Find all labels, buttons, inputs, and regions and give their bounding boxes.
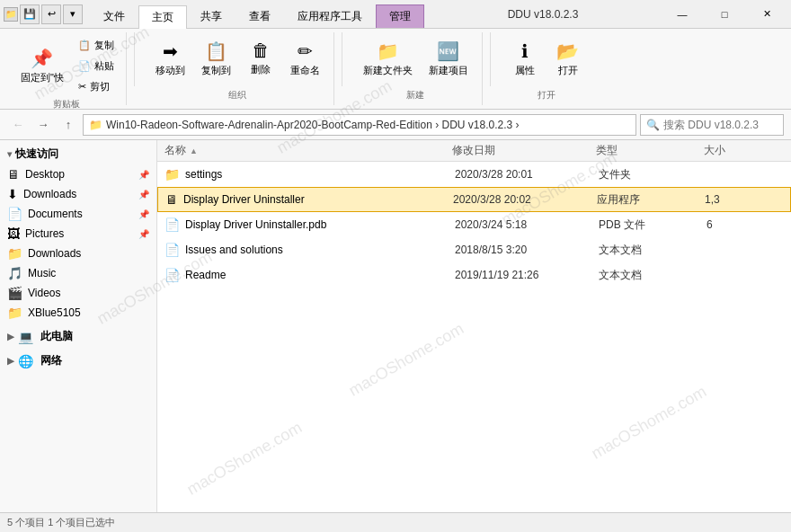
undo-btn[interactable]: ↩ (41, 4, 61, 24)
sidebar-item-documents[interactable]: 📄 Documents 📌 (0, 204, 156, 224)
sidebar-item-documents-label: Documents (28, 208, 133, 220)
table-row[interactable]: 🖥 Display Driver Uninstaller 2020/3/28 2… (157, 187, 791, 212)
tab-home[interactable]: 主页 (138, 5, 187, 29)
ribbon-separator-2 (342, 32, 342, 86)
move-label: 移动到 (156, 64, 185, 77)
tab-apptool[interactable]: 应用程序工具 (284, 4, 376, 28)
cut-icon: ✂ (78, 81, 86, 93)
ribbon-tabs: 文件 主页 共享 查看 应用程序工具 管理 (90, 0, 424, 28)
col-name-label: 名称 (164, 143, 186, 158)
ribbon-group-organize: ➡ 移动到 📋 复制到 🗑 删除 ✏ 重命名 组织 (142, 32, 334, 105)
pin-quick-access-btn[interactable]: 📌 固定到"快 (14, 43, 70, 89)
paste-btn[interactable]: 📄 粘贴 (74, 57, 119, 75)
search-icon: 🔍 (646, 119, 660, 131)
sidebar-item-xblue[interactable]: 📁 XBlue5105 (0, 303, 156, 323)
properties-label: 属性 (515, 64, 535, 77)
pin-icon: 📌 (31, 48, 53, 69)
ribbon-group-new: 📁 新建文件夹 🆕 新建项目 新建 (350, 32, 483, 105)
file-type-row2: PDB 文件 (599, 217, 707, 233)
quick-access-header[interactable]: ▾ 快速访问 (0, 144, 156, 164)
col-date-header[interactable]: 修改日期 (452, 143, 596, 158)
open-btn[interactable]: 📂 打开 (548, 36, 588, 82)
table-row[interactable]: 📄 Readme 2019/11/19 21:26 文本文档 (157, 262, 791, 288)
new-folder-label: 新建文件夹 (363, 64, 413, 77)
col-size-header[interactable]: 大小 (704, 143, 784, 158)
tab-manage[interactable]: 管理 (376, 4, 424, 28)
properties-btn[interactable]: ℹ 属性 (505, 36, 545, 82)
xblue-icon: 📁 (7, 306, 22, 320)
address-path[interactable]: 📁 Win10-Radeon-Software-Adrenalin-Apr202… (83, 114, 636, 136)
file-name-row0: settings (185, 168, 455, 181)
sidebar-item-videos-label: Videos (28, 287, 149, 299)
sort-arrow: ▲ (190, 146, 198, 155)
copy-label: 复制 (94, 39, 114, 52)
col-name-header[interactable]: 名称 ▲ (164, 143, 452, 158)
rename-icon: ✏ (298, 40, 313, 62)
sidebar-item-downloads2[interactable]: 📁 Downloads (0, 244, 156, 263)
sidebar-item-music[interactable]: 🎵 Music (0, 263, 156, 283)
file-name-row2: Display Driver Uninstaller.pdb (185, 218, 455, 231)
delete-btn[interactable]: 🗑 删除 (241, 36, 280, 82)
sidebar-item-downloads1[interactable]: ⬇ Downloads 📌 (0, 184, 156, 204)
copy-btn[interactable]: 📋 复制 (74, 36, 119, 55)
close-button[interactable]: ✕ (746, 0, 787, 29)
quick-access-section: ▾ 快速访问 🖥 Desktop 📌 ⬇ Downloads 📌 📄 Docum… (0, 144, 156, 323)
file-type-row4: 文本文档 (599, 268, 707, 283)
copy-to-btn[interactable]: 📋 复制到 (195, 36, 237, 82)
copy-to-icon: 📋 (205, 40, 227, 62)
new-folder-btn[interactable]: 📁 新建文件夹 (357, 36, 419, 82)
tab-share[interactable]: 共享 (187, 4, 236, 28)
maximize-button[interactable]: □ (704, 0, 745, 29)
sidebar-item-desktop-label: Desktop (25, 168, 133, 181)
copy-to-label: 复制到 (201, 64, 231, 77)
ribbon-group-open: ℹ 属性 📂 打开 打开 (498, 32, 595, 105)
rename-btn[interactable]: ✏ 重命名 (284, 36, 326, 82)
move-to-btn[interactable]: ➡ 移动到 (149, 36, 191, 82)
col-type-header[interactable]: 类型 (596, 143, 704, 158)
file-size-row1: 1,3 (705, 193, 783, 206)
pictures-icon: 🖼 (7, 226, 20, 241)
network-header[interactable]: ▶ 🌐 网络 (0, 350, 156, 371)
search-box[interactable]: 🔍 (640, 114, 784, 136)
txt-icon-row3: 📄 (164, 243, 180, 257)
chevron-pc-icon: ▶ (7, 332, 14, 341)
up-button[interactable]: ↑ (58, 114, 79, 136)
this-pc-icon: 💻 (18, 330, 33, 344)
cut-btn[interactable]: ✂ 剪切 (74, 77, 119, 96)
file-type-row1: 应用程序 (597, 192, 705, 208)
status-text: 5 个项目 1 个项目已选中 (7, 516, 115, 529)
table-row[interactable]: 📄 Issues and solutions 2018/8/15 3:20 文本… (157, 237, 791, 262)
network-section: ▶ 🌐 网络 (0, 350, 156, 371)
save-btn[interactable]: 💾 (20, 4, 40, 24)
paste-icon: 📄 (78, 60, 91, 72)
delete-icon: 🗑 (252, 40, 270, 61)
pdb-icon-row2: 📄 (164, 217, 180, 232)
address-bar: ← → ↑ 📁 Win10-Radeon-Software-Adrenalin-… (0, 110, 791, 140)
col-size-label: 大小 (704, 144, 725, 156)
tab-file[interactable]: 文件 (90, 4, 138, 28)
documents-icon: 📄 (7, 207, 22, 221)
tab-view[interactable]: 查看 (236, 4, 284, 28)
clipboard-label: 剪贴板 (53, 98, 80, 111)
sidebar-item-pictures[interactable]: 🖼 Pictures 📌 (0, 224, 156, 244)
main-layout: ▾ 快速访问 🖥 Desktop 📌 ⬇ Downloads 📌 📄 Docum… (0, 140, 791, 512)
search-input[interactable] (663, 119, 778, 131)
back-button[interactable]: ← (7, 114, 29, 136)
sidebar: ▾ 快速访问 🖥 Desktop 📌 ⬇ Downloads 📌 📄 Docum… (0, 140, 157, 512)
minimize-button[interactable]: — (662, 0, 703, 29)
pin-label: 固定到"快 (21, 71, 64, 84)
folder-new-icon: 📁 (377, 40, 399, 62)
title-bar-left: 📁 💾 ↩ ▾ (4, 4, 83, 24)
sidebar-item-videos[interactable]: 🎬 Videos (0, 283, 156, 303)
new-item-btn[interactable]: 🆕 新建项目 (422, 36, 475, 82)
properties-icon: ℹ (521, 40, 529, 62)
address-text: Win10-Radeon-Software-Adrenalin-Apr2020-… (106, 119, 520, 131)
videos-icon: 🎬 (7, 286, 22, 300)
dropdown-btn[interactable]: ▾ (63, 4, 83, 24)
sidebar-item-desktop[interactable]: 🖥 Desktop 📌 (0, 164, 156, 184)
chevron-network-icon: ▶ (7, 356, 14, 366)
this-pc-header[interactable]: ▶ 💻 此电脑 (0, 326, 156, 347)
forward-button[interactable]: → (32, 114, 54, 136)
table-row[interactable]: 📄 Display Driver Uninstaller.pdb 2020/3/… (157, 212, 791, 237)
table-row[interactable]: 📁 settings 2020/3/28 20:01 文件夹 (157, 162, 791, 187)
